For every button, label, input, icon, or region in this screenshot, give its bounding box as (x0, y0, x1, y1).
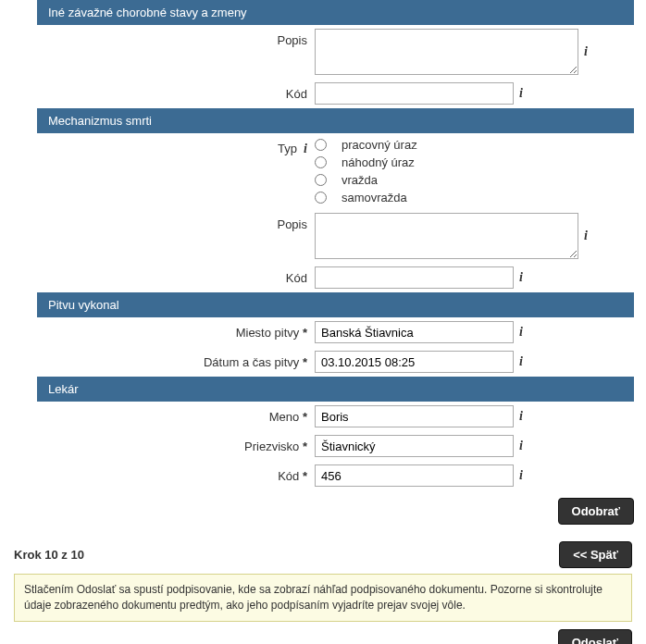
label-meno: Meno * (37, 405, 315, 424)
info-icon[interactable]: i (519, 439, 523, 453)
info-icon[interactable]: i (519, 270, 523, 285)
label-miesto-pitvy: Miesto pitvy * (37, 321, 315, 340)
mech-kod-input[interactable] (315, 266, 514, 289)
info-icon[interactable]: i (584, 229, 588, 243)
row-typ: Typ i pracovný úraz náhodný úraz vražd (37, 133, 634, 209)
typ-radio-group: pracovný úraz náhodný úraz vražda samovr… (315, 137, 417, 205)
info-icon[interactable]: i (519, 325, 523, 340)
radio-vrazda-label: vražda (342, 173, 378, 187)
label-priezvisko-text: Priezvisko (244, 440, 299, 453)
miesto-pitvy-input[interactable] (315, 321, 514, 343)
row-miesto-pitvy: Miesto pitvy * i (37, 317, 634, 347)
datum-cas-pitvy-input[interactable] (315, 351, 514, 373)
spat-button[interactable]: << Späť (559, 541, 632, 568)
ine-kod-input[interactable] (315, 82, 514, 105)
section-header-mechanizmus: Mechanizmus smrti (37, 108, 634, 133)
info-icon[interactable]: i (519, 468, 523, 483)
label-miesto-pitvy-text: Miesto pitvy (236, 326, 300, 340)
row-ine-kod: Kód i (37, 79, 634, 108)
required-star: * (303, 410, 307, 424)
section-header-lekar: Lekár (37, 377, 634, 402)
row-ine-popis: Popis i (37, 25, 634, 79)
row-priezvisko: Priezvisko * i (37, 431, 634, 461)
label-priezvisko: Priezvisko * (37, 435, 315, 453)
label-mech-popis: Popis (37, 213, 315, 231)
info-icon[interactable]: i (304, 142, 307, 155)
row-datum-cas-pitvy: Dátum a čas pitvy * i (37, 347, 634, 377)
radio-nahodny-uraz[interactable]: náhodný úraz (315, 155, 417, 170)
radio-vrazda-input[interactable] (315, 174, 327, 186)
label-ine-kod: Kód (37, 82, 315, 101)
row-mech-kod: Kód i (37, 263, 634, 292)
required-star: * (303, 469, 307, 483)
radio-nahodny-uraz-input[interactable] (315, 156, 327, 168)
ine-popis-textarea[interactable] (315, 29, 578, 75)
mech-popis-textarea[interactable] (315, 213, 578, 259)
radio-samovrazda[interactable]: samovražda (315, 190, 417, 205)
radio-vrazda[interactable]: vražda (315, 172, 417, 188)
radio-nahodny-uraz-label: náhodný úraz (342, 155, 415, 169)
required-star: * (303, 355, 307, 369)
label-typ-text: Typ (278, 142, 297, 155)
label-meno-text: Meno (269, 410, 300, 424)
priezvisko-input[interactable] (315, 435, 514, 457)
label-datum-cas-pitvy-text: Dátum a čas pitvy (204, 355, 299, 369)
info-icon[interactable]: i (519, 354, 523, 369)
label-datum-cas-pitvy: Dátum a čas pitvy * (37, 351, 315, 369)
row-mech-popis: Popis i (37, 209, 634, 263)
odoslat-button[interactable]: Odoslať (558, 629, 632, 644)
row-lekar-kod: Kód * i (37, 461, 634, 490)
required-star: * (303, 440, 307, 453)
notice-box: Stlačením Odoslať sa spustí podpisovanie… (14, 574, 632, 622)
section-header-pitvu: Pitvu vykonal (37, 292, 634, 317)
info-icon[interactable]: i (519, 409, 523, 424)
radio-pracovny-uraz[interactable]: pracovný úraz (315, 137, 417, 153)
section-header-ine: Iné závažné chorobné stavy a zmeny (37, 0, 634, 25)
lekar-kod-input[interactable] (315, 464, 514, 487)
radio-pracovny-uraz-label: pracovný úraz (342, 138, 417, 152)
label-lekar-kod: Kód * (37, 464, 315, 483)
row-meno: Meno * i (37, 402, 634, 431)
step-indicator: Krok 10 z 10 (14, 548, 84, 562)
odobrat-button[interactable]: Odobrať (558, 498, 634, 525)
label-lekar-kod-text: Kód (278, 469, 299, 483)
label-mech-kod: Kód (37, 266, 315, 285)
label-ine-popis: Popis (37, 29, 315, 47)
radio-samovrazda-label: samovražda (342, 191, 407, 204)
meno-input[interactable] (315, 405, 514, 427)
required-star: * (303, 326, 307, 340)
info-icon[interactable]: i (519, 86, 523, 101)
radio-samovrazda-input[interactable] (315, 192, 327, 204)
label-typ: Typ i (37, 137, 315, 156)
radio-pracovny-uraz-input[interactable] (315, 139, 327, 151)
info-icon[interactable]: i (584, 44, 588, 59)
